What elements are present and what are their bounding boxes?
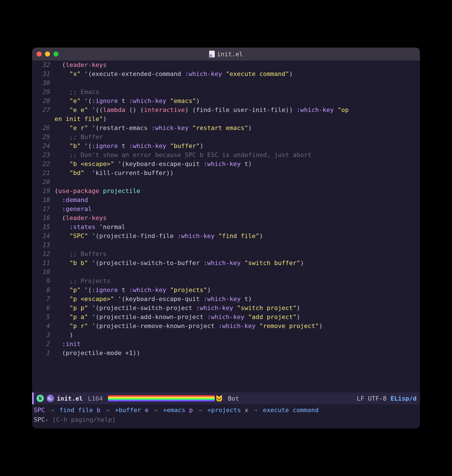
line-number: 13 bbox=[32, 241, 49, 250]
line-number: 8 bbox=[32, 286, 49, 295]
code-line[interactable]: :general bbox=[55, 205, 417, 214]
traffic-lights bbox=[37, 51, 58, 57]
code-line[interactable]: "SPC" '(projectile-find-file :which-key … bbox=[55, 232, 417, 241]
line-number: 31 bbox=[32, 69, 49, 78]
line-number: 22 bbox=[32, 160, 49, 169]
line-number: 2 bbox=[32, 340, 49, 349]
emacs-icon: ౬ bbox=[47, 395, 54, 402]
line-number: 30 bbox=[32, 78, 49, 87]
code-line[interactable]: "e" '(:ignore t :which-key "emacs") bbox=[55, 96, 417, 105]
evil-state-badge: N bbox=[37, 395, 44, 402]
code-line[interactable]: (projectile-mode +1)) bbox=[55, 349, 417, 358]
line-number: 16 bbox=[32, 214, 49, 223]
code-line[interactable]: "p p" '(projectile-switch-project :which… bbox=[55, 304, 417, 313]
code-line[interactable]: :demand bbox=[55, 196, 417, 205]
close-icon[interactable] bbox=[37, 51, 42, 57]
nyan-cat-icon: 🐱 bbox=[215, 395, 223, 402]
line-number: 4 bbox=[32, 322, 49, 331]
code-line[interactable]: (leader-keys bbox=[55, 60, 417, 69]
window-title: init.el bbox=[32, 51, 420, 58]
titlebar: init.el bbox=[32, 48, 420, 60]
which-key-popup: SPC → find file b → +buffer e → +emacs p… bbox=[32, 404, 420, 428]
nyan-rainbow bbox=[108, 395, 215, 401]
which-key-help: [C-h paging/help] bbox=[52, 416, 116, 423]
line-number: 3 bbox=[32, 331, 49, 340]
line-number: 14 bbox=[32, 232, 49, 241]
code-line[interactable]: ;; Buffer bbox=[55, 133, 417, 142]
code-line[interactable]: ;; Emacs bbox=[55, 87, 417, 96]
line-number: 26 bbox=[32, 124, 49, 133]
code-line[interactable]: "p" '(:ignore t :which-key "projects") bbox=[55, 286, 417, 295]
line-number: 23 bbox=[32, 151, 49, 160]
line-number bbox=[32, 114, 49, 124]
emacs-window: init.el 32313029282726252423222120191817… bbox=[32, 48, 420, 428]
code-line[interactable]: :states 'normal bbox=[55, 223, 417, 232]
modeline-position: L164 bbox=[88, 395, 103, 402]
line-number: 20 bbox=[32, 178, 49, 187]
code-line[interactable]: "e r" '(restart-emacs :whick-key "restar… bbox=[55, 124, 417, 133]
code-buffer[interactable]: (leader-keys "x" '(execute-extended-comm… bbox=[55, 60, 420, 392]
line-number: 29 bbox=[32, 87, 49, 96]
which-key-prefix: SPC- bbox=[34, 416, 49, 423]
modeline-scroll: Bot bbox=[228, 395, 239, 402]
code-line[interactable]: "b" '(:ignore t :which-key "buffer") bbox=[55, 142, 417, 151]
editor-area[interactable]: 3231302928272625242322212019181716151413… bbox=[32, 60, 420, 392]
code-line[interactable]: "p <escape>" '(keyboard-escape-quit :whi… bbox=[55, 295, 417, 304]
code-line[interactable]: en init file") bbox=[55, 114, 417, 124]
line-number: 28 bbox=[32, 96, 49, 105]
line-number: 21 bbox=[32, 169, 49, 178]
code-line[interactable] bbox=[55, 78, 417, 87]
line-number: 27 bbox=[32, 105, 49, 114]
code-line[interactable]: "p a" '(projectile-add-known-project :wh… bbox=[55, 313, 417, 322]
code-line[interactable]: "b <escape>" '(keyboard-escape-quit :whi… bbox=[55, 160, 417, 169]
modeline-filename: init.el bbox=[57, 395, 83, 402]
code-line[interactable]: "e e" '((lambda () (interactive) (find-f… bbox=[55, 105, 417, 114]
line-number: 5 bbox=[32, 313, 49, 322]
line-number: 10 bbox=[32, 268, 49, 277]
file-icon bbox=[209, 51, 215, 57]
line-number: 17 bbox=[32, 205, 49, 214]
line-number-gutter: 3231302928272625242322212019181716151413… bbox=[32, 60, 55, 392]
code-line[interactable]: :init bbox=[55, 340, 417, 349]
modeline-encoding: LF UTF-8 bbox=[357, 395, 387, 402]
line-number: 32 bbox=[32, 60, 49, 69]
line-number: 25 bbox=[32, 133, 49, 142]
which-key-bindings: SPC → find file b → +buffer e → +emacs p… bbox=[34, 405, 418, 415]
modeline-major-mode: ELisp/d bbox=[390, 395, 417, 402]
code-line[interactable] bbox=[55, 268, 417, 277]
code-line[interactable]: (use-package projectile bbox=[55, 187, 417, 196]
modeline-accent bbox=[32, 392, 34, 404]
code-line[interactable]: ;; Projects bbox=[55, 277, 417, 286]
line-number: 18 bbox=[32, 196, 49, 205]
code-line[interactable]: "bd" 'kill-current-buffer)) bbox=[55, 169, 417, 178]
line-number: 24 bbox=[32, 142, 49, 151]
code-line[interactable]: ;; Don't show an error because SPC b ESC… bbox=[55, 151, 417, 160]
code-line[interactable]: "x" '(execute-extended-command :which-ke… bbox=[55, 69, 417, 78]
zoom-icon[interactable] bbox=[53, 51, 58, 57]
line-number: 7 bbox=[32, 295, 49, 304]
code-line[interactable] bbox=[55, 241, 417, 250]
line-number: 9 bbox=[32, 277, 49, 286]
title-filename: init.el bbox=[217, 51, 243, 58]
nyan-cat-progress: 🐱 bbox=[108, 395, 223, 402]
code-line[interactable]: ) bbox=[55, 331, 417, 340]
code-line[interactable] bbox=[55, 178, 417, 187]
which-key-footer: SPC- [C-h paging/help] bbox=[34, 415, 418, 425]
line-number: 12 bbox=[32, 250, 49, 259]
line-number: 19 bbox=[32, 187, 49, 196]
code-line[interactable]: "p r" '(projectile-remove-known-project … bbox=[55, 322, 417, 331]
minimize-icon[interactable] bbox=[45, 51, 50, 57]
code-line[interactable]: (leader-keys bbox=[55, 214, 417, 223]
code-line[interactable]: ;; Buffers bbox=[55, 250, 417, 259]
line-number: 11 bbox=[32, 259, 49, 268]
line-number: 1 bbox=[32, 349, 49, 358]
line-number: 15 bbox=[32, 223, 49, 232]
code-line[interactable]: "b b" '(projectile-switch-to-buffer :whi… bbox=[55, 259, 417, 268]
mode-line: N ౬ init.el L164 🐱 Bot LF UTF-8 ELisp/d bbox=[32, 392, 420, 404]
line-number: 6 bbox=[32, 304, 49, 313]
